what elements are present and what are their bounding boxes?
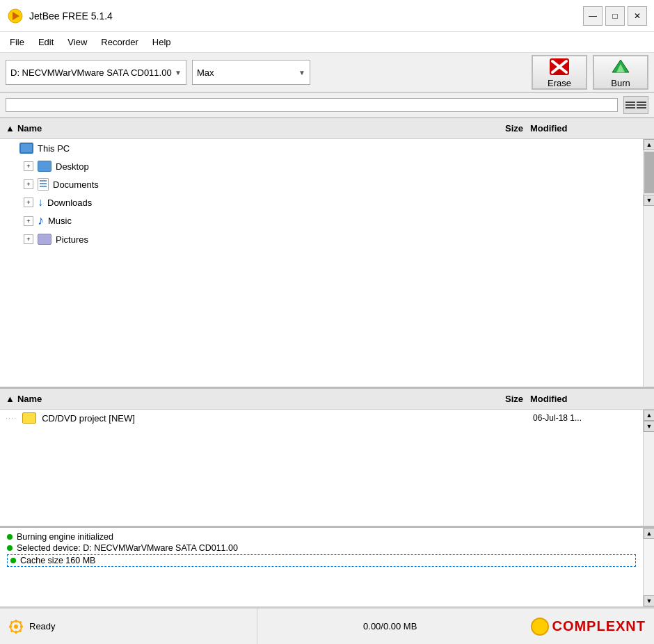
image-icon	[38, 234, 51, 245]
log-scroll-down[interactable]: ▼	[644, 595, 654, 606]
col-modified-header: Modified	[523, 123, 635, 134]
project-list[interactable]: ···· CD/DVD project [NEW] 06-Jul-18 1...	[0, 410, 643, 526]
logo-text: COMPLEXNT	[552, 618, 646, 634]
logo-circle-icon	[531, 618, 549, 636]
project-col-modified-header: Modified	[523, 394, 635, 404]
expand-button[interactable]: +	[24, 198, 33, 207]
project-scroll-up[interactable]: ▲	[644, 410, 654, 421]
layout-button[interactable]	[623, 96, 648, 114]
log-panel-inner: Burning engine initialized Selected devi…	[0, 528, 654, 606]
expand-button[interactable]: +	[24, 216, 33, 226]
status-ready-section: Ready	[0, 609, 257, 644]
svg-rect-14	[19, 620, 22, 623]
status-logo-section: COMPLEXNT	[523, 609, 654, 644]
menu-help[interactable]: Help	[147, 35, 177, 49]
col-name-header: ▲ Name	[6, 123, 468, 134]
menu-recorder[interactable]: Recorder	[95, 35, 143, 49]
project-col-name-header: ▲ Name	[6, 394, 468, 404]
scroll-thumb[interactable]	[644, 152, 654, 193]
window-controls: — □ ✕	[583, 6, 647, 26]
drive-select[interactable]: D: NECVMWarVMware SATA CD011.00 ▼	[6, 60, 186, 85]
file-browser-scrollbar[interactable]: ▲ ▼	[643, 139, 654, 387]
sort-arrow-name: ▲	[6, 123, 15, 134]
speed-dropdown-arrow: ▼	[298, 69, 305, 77]
scroll-down-button[interactable]: ▼	[644, 195, 654, 206]
app-icon	[7, 8, 24, 24]
expand-button[interactable]: +	[24, 234, 33, 244]
status-gear-icon	[8, 619, 24, 634]
monitor-icon	[19, 143, 33, 154]
log-scroll-up[interactable]: ▲	[644, 528, 654, 539]
menu-bar: File Edit View Recorder Help	[0, 32, 654, 53]
status-mb-text: 0.00/0.00 MB	[257, 621, 523, 631]
project-scroll-down[interactable]: ▼	[644, 421, 654, 432]
scroll-track[interactable]	[644, 152, 654, 193]
svg-rect-9	[15, 620, 17, 622]
expand-button[interactable]: +	[24, 179, 33, 189]
panels-container: ▲ Name Size Modified This PC	[0, 118, 654, 608]
erase-button[interactable]: Erase	[532, 55, 587, 90]
download-icon: ↓	[38, 196, 43, 209]
title-bar: JetBee FREE 5.1.4 — □ ✕	[0, 0, 654, 32]
expand-button[interactable]: +	[24, 161, 33, 171]
layout-lines-icon	[625, 102, 635, 108]
project-panel: ▲ Name Size Modified ···· CD/DVD project…	[0, 389, 654, 528]
log-dot-icon	[7, 545, 13, 551]
svg-rect-11	[9, 625, 12, 627]
status-ready-text: Ready	[29, 621, 56, 631]
file-browser-header: ▲ Name Size Modified	[0, 118, 654, 139]
log-content: Burning engine initialized Selected devi…	[0, 528, 643, 606]
close-button[interactable]: ✕	[628, 6, 647, 26]
log-line: Selected device: D: NECVMWarVMware SATA …	[7, 543, 636, 553]
speed-select[interactable]: Max ▼	[192, 60, 310, 85]
project-col-size-header: Size	[468, 394, 523, 404]
log-scroll-track[interactable]	[644, 539, 654, 595]
maximize-button[interactable]: □	[605, 6, 625, 26]
menu-edit[interactable]: Edit	[33, 35, 59, 49]
svg-rect-13	[10, 620, 13, 623]
svg-rect-15	[10, 629, 13, 632]
log-line-highlighted: Cache size 160 MB	[7, 554, 636, 567]
scroll-up-button[interactable]: ▲	[644, 139, 654, 150]
svg-rect-12	[20, 625, 23, 627]
svg-point-8	[14, 625, 18, 629]
list-item[interactable]: + Pictures	[0, 230, 643, 248]
list-item[interactable]: + Documents	[0, 175, 643, 193]
menu-file[interactable]: File	[4, 35, 30, 49]
project-panel-body: ···· CD/DVD project [NEW] 06-Jul-18 1...…	[0, 410, 654, 526]
toolbar: D: NECVMWarVMware SATA CD011.00 ▼ Max ▼ …	[0, 53, 654, 93]
burn-icon	[608, 57, 633, 77]
list-item[interactable]: + ↓ Downloads	[0, 193, 643, 211]
menu-view[interactable]: View	[62, 35, 93, 49]
project-panel-header: ▲ Name Size Modified	[0, 389, 654, 410]
app-title: JetBee FREE 5.1.4	[29, 10, 113, 22]
drive-dropdown-arrow: ▼	[175, 69, 182, 77]
minimize-button[interactable]: —	[583, 6, 603, 26]
log-dot-icon	[10, 558, 16, 563]
list-item[interactable]: ···· CD/DVD project [NEW] 06-Jul-18 1...	[0, 410, 643, 426]
log-line: Burning engine initialized	[7, 532, 636, 542]
progress-bar	[6, 98, 618, 112]
svg-rect-16	[19, 629, 22, 632]
status-bar: Ready 0.00/0.00 MB COMPLEXNT	[0, 608, 654, 644]
file-list[interactable]: This PC + Desktop	[0, 139, 643, 387]
svg-rect-10	[15, 631, 17, 634]
music-icon: ♪	[38, 214, 44, 228]
list-item[interactable]: + ♪ Music	[0, 211, 643, 230]
project-sort-arrow: ▲	[6, 394, 15, 404]
folder-icon	[38, 161, 51, 172]
list-item[interactable]: + Desktop	[0, 157, 643, 175]
col-size-header: Size	[468, 123, 523, 134]
project-scrollbar[interactable]: ▲ ▼	[643, 410, 654, 526]
cd-dvd-folder-icon	[22, 412, 36, 424]
document-icon	[38, 178, 49, 191]
project-indent-dots: ····	[6, 414, 17, 422]
file-browser-body: This PC + Desktop	[0, 139, 654, 387]
log-scrollbar[interactable]: ▲ ▼	[643, 528, 654, 606]
burn-button[interactable]: Burn	[593, 55, 648, 90]
erase-icon	[547, 57, 572, 77]
file-browser-panel: ▲ Name Size Modified This PC	[0, 118, 654, 389]
layout-lines-icon2	[637, 102, 646, 108]
list-item[interactable]: This PC	[0, 139, 643, 157]
title-bar-left: JetBee FREE 5.1.4	[7, 8, 113, 24]
